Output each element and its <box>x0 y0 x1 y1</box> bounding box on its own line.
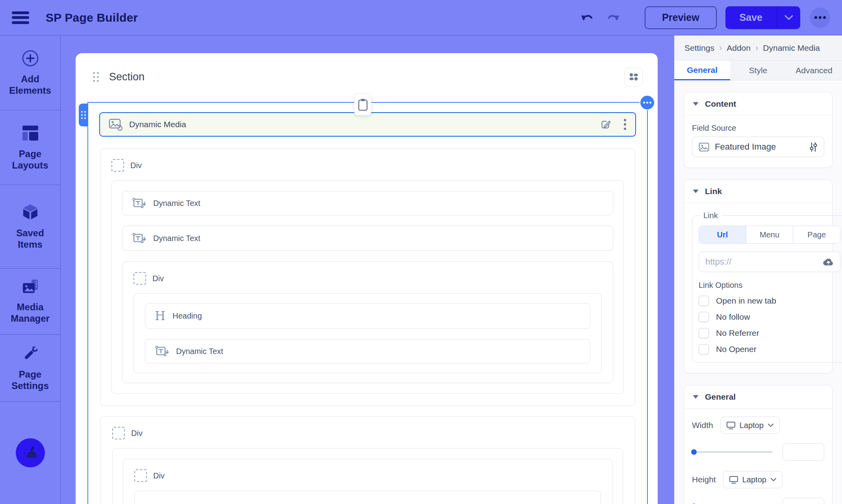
edit-addon-button[interactable] <box>600 119 612 130</box>
breadcrumb-dynamic-media[interactable]: Dynamic Media <box>763 43 820 53</box>
heading-element[interactable]: H Heading <box>145 303 590 329</box>
tab-advanced[interactable]: Advanced <box>786 61 842 80</box>
width-slider[interactable] <box>692 451 773 453</box>
clipboard-icon <box>358 98 368 111</box>
link-group-label: Link <box>700 211 721 220</box>
width-label: Width <box>692 421 713 430</box>
settings-panel: Settings › Addon › Dynamic Media General… <box>674 35 842 504</box>
addon-menu-button[interactable] <box>623 118 627 131</box>
selection-drag-handle[interactable] <box>79 104 88 126</box>
section-drag-handle[interactable] <box>93 72 99 82</box>
sidebar-item-label: Page Layouts <box>3 148 57 171</box>
container-element[interactable]: H Heading Dynamic Text <box>134 293 602 373</box>
panel-body: Content Field Source Featured Image <box>674 80 842 504</box>
sidebar-item-media-manager[interactable]: Media Manager <box>0 269 60 335</box>
link-type-page[interactable]: Page <box>793 226 840 243</box>
dynamic-text-element[interactable]: Dynamic Text <box>122 226 613 251</box>
div-icon <box>111 159 124 172</box>
hamburger-menu-button[interactable] <box>12 10 30 25</box>
height-value-input[interactable] <box>783 498 824 504</box>
width-value-input[interactable] <box>783 443 824 461</box>
element-label: Heading <box>172 311 202 321</box>
drag-dots-icon <box>81 111 86 119</box>
ellipsis-icon <box>643 102 645 104</box>
edit-icon <box>600 119 612 130</box>
save-dropdown-button[interactable] <box>777 6 800 29</box>
div-element[interactable]: Div Dynamic Text <box>100 148 635 406</box>
sidebar-item-page-settings[interactable]: Page Settings <box>0 335 60 402</box>
app-title: SP Page Builder <box>46 11 138 24</box>
open-in-new-tab-checkbox[interactable] <box>699 296 709 306</box>
dynamic-text-icon <box>155 345 169 358</box>
div-icon <box>134 469 147 482</box>
sidebar-item-label: Saved Items <box>3 227 57 250</box>
chevron-right-icon: › <box>755 43 758 53</box>
breadcrumb-addon[interactable]: Addon <box>727 43 751 53</box>
upload-cloud-icon[interactable] <box>823 257 834 267</box>
element-label: Dynamic Media <box>129 120 186 129</box>
container-element[interactable]: Div <box>112 448 623 504</box>
monitor-icon <box>729 475 738 484</box>
div-element[interactable]: Div <box>123 459 612 504</box>
paste-button[interactable] <box>354 94 371 115</box>
container-element[interactable]: Dynamic Text Dynamic Text Div <box>111 180 624 394</box>
width-slider-thumb[interactable] <box>691 449 697 455</box>
element-label: Dynamic Text <box>153 199 200 208</box>
chevron-right-icon: › <box>719 43 722 53</box>
topbar: SP Page Builder Preview Save <box>0 0 842 35</box>
div-element[interactable]: Div Div <box>100 416 635 504</box>
section-options-button[interactable] <box>624 68 643 86</box>
width-device-select[interactable]: Laptop <box>720 417 780 434</box>
dynamic-media-element[interactable]: Dynamic Media <box>99 112 636 137</box>
link-section-toggle[interactable]: Link <box>684 180 832 203</box>
dynamic-text-element[interactable]: Dynamic Text <box>145 339 590 363</box>
broom-icon <box>22 445 38 461</box>
page-layouts-icon <box>21 124 39 142</box>
link-type-url[interactable]: Url <box>699 226 746 243</box>
no-follow-checkbox[interactable] <box>699 312 709 322</box>
link-type-menu[interactable]: Menu <box>746 226 793 243</box>
link-group: Link Url Menu Page Link Options <box>692 211 842 363</box>
link-section: Link Link Url Menu Page <box>684 180 833 373</box>
field-source-input[interactable]: Featured Image <box>692 137 824 157</box>
dynamic-text-icon <box>132 232 146 245</box>
height-device-select[interactable]: Laptop <box>723 471 783 488</box>
tab-general[interactable]: General <box>674 61 730 80</box>
chevron-down-icon <box>768 423 774 427</box>
clear-page-button[interactable] <box>16 438 45 467</box>
canvas: Section <box>76 53 658 504</box>
sidebar-item-add-elements[interactable]: Add Elements <box>0 35 60 110</box>
height-label: Height <box>692 475 716 484</box>
no-opener-checkbox[interactable] <box>699 344 709 354</box>
section-title: Section <box>109 71 145 83</box>
heading-icon: H <box>155 310 165 322</box>
preview-button[interactable]: Preview <box>645 6 717 29</box>
redo-icon <box>605 11 621 24</box>
content-section-toggle[interactable]: Content <box>684 93 832 116</box>
selected-container[interactable]: Dynamic Media Div <box>87 102 648 504</box>
sidebar-item-page-layouts[interactable]: Page Layouts <box>0 110 60 185</box>
tab-style[interactable]: Style <box>730 61 786 80</box>
content-section: Content Field Source Featured Image <box>684 92 833 168</box>
dynamic-text-element[interactable]: Dynamic Text <box>122 191 613 215</box>
redo-button[interactable] <box>605 11 621 24</box>
div-element[interactable]: Div H Heading <box>122 261 613 383</box>
element-label: Dynamic Text <box>176 347 223 356</box>
no-referrer-checkbox[interactable] <box>699 328 709 338</box>
undo-button[interactable] <box>579 11 595 24</box>
sidebar-item-label: Page Settings <box>3 369 57 392</box>
plus-circle-icon <box>21 49 39 67</box>
general-section-toggle[interactable]: General <box>684 385 832 409</box>
element-label: Dynamic Text <box>153 234 200 243</box>
breadcrumb-settings[interactable]: Settings <box>684 43 714 53</box>
container-element[interactable] <box>134 491 601 504</box>
div-icon <box>112 427 125 439</box>
save-button[interactable]: Save <box>725 6 777 29</box>
element-label: Div <box>152 274 164 283</box>
dynamic-text-icon <box>132 197 146 209</box>
sidebar-item-saved-items[interactable]: Saved Items <box>0 185 60 269</box>
link-option-row: No follow <box>699 312 840 322</box>
more-options-button[interactable] <box>810 7 830 28</box>
url-input[interactable] <box>705 257 819 267</box>
selection-more-button[interactable] <box>640 95 655 110</box>
